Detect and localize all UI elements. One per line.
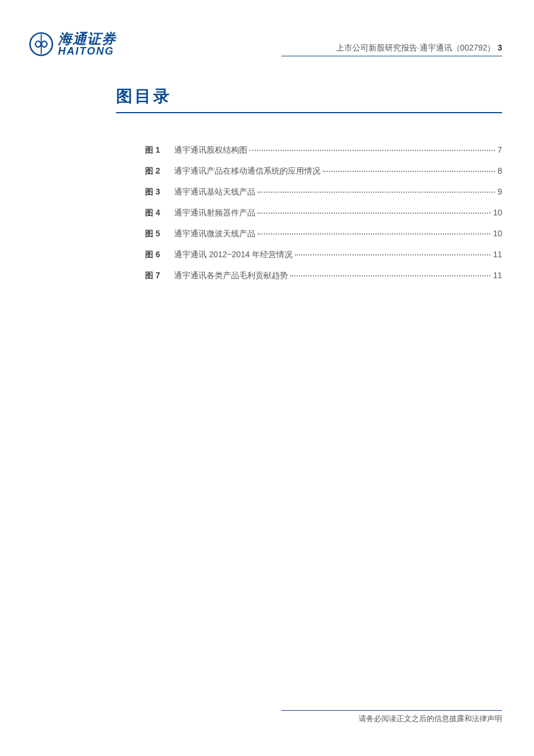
toc-desc: 通宇通讯各类产品毛利贡献趋势 [174,271,288,281]
toc-dots [295,254,490,255]
toc-item: 图 6 通宇通讯 2012~2014 年经营情况 11 [145,250,502,260]
toc-item: 图 2 通宇通讯产品在移动通信系统的应用情况 8 [145,166,502,177]
logo-name-cn: 海通证券 [58,32,116,46]
toc-dots [258,213,490,214]
header-right-text: 上市公司新股研究报告·通宇通讯（002792） [336,43,496,52]
toc-item: 图 7 通宇通讯各类产品毛利贡献趋势 11 [145,271,502,281]
toc-page: 11 [493,250,502,259]
toc-list: 图 1 通宇通讯股权结构图 7 图 2 通宇通讯产品在移动通信系统的应用情况 8… [116,145,502,281]
toc-label: 图 4 [145,208,174,218]
logo-name-en: HAITONG [58,46,116,56]
toc-desc: 通宇通讯 2012~2014 年经营情况 [174,250,293,260]
toc-page: 10 [493,229,502,238]
toc-dots [250,150,495,151]
toc-desc: 通宇通讯微波天线产品 [174,229,255,239]
content: 图目录 图 1 通宇通讯股权结构图 7 图 2 通宇通讯产品在移动通信系统的应用… [0,56,534,281]
toc-item: 图 3 通宇通讯基站天线产品 9 [145,187,502,197]
toc-item: 图 1 通宇通讯股权结构图 7 [145,145,502,156]
toc-dots [258,233,490,235]
toc-label: 图 2 [145,166,174,177]
header-page-number: 3 [497,43,502,52]
toc-desc: 通宇通讯基站天线产品 [174,187,255,197]
toc-page: 10 [493,208,502,217]
logo: 海通证券 HAITONG [29,32,116,56]
toc-label: 图 5 [145,229,174,239]
toc-label: 图 7 [145,271,174,281]
toc-desc: 通宇通讯射频器件产品 [174,208,255,218]
page-title: 图目录 [116,85,502,113]
header: 海通证券 HAITONG 上市公司新股研究报告·通宇通讯（002792） 3 [0,0,534,56]
toc-page: 7 [497,145,502,154]
toc-dots [258,192,495,193]
toc-label: 图 6 [145,250,174,260]
toc-item: 图 4 通宇通讯射频器件产品 10 [145,208,502,218]
logo-text: 海通证券 HAITONG [58,32,116,56]
toc-label: 图 1 [145,145,174,156]
toc-dots [323,171,495,172]
footer-disclaimer: 请务必阅读正文之后的信息披露和法律声明 [282,710,502,724]
toc-dots [290,275,490,276]
toc-label: 图 3 [145,187,174,197]
haitong-logo-icon [29,32,53,56]
toc-page: 11 [493,271,502,280]
toc-page: 9 [497,187,502,196]
toc-desc: 通宇通讯产品在移动通信系统的应用情况 [174,166,320,177]
toc-desc: 通宇通讯股权结构图 [174,145,247,156]
toc-item: 图 5 通宇通讯微波天线产品 10 [145,229,502,239]
header-breadcrumb: 上市公司新股研究报告·通宇通讯（002792） 3 [282,43,502,56]
toc-page: 8 [497,166,502,175]
